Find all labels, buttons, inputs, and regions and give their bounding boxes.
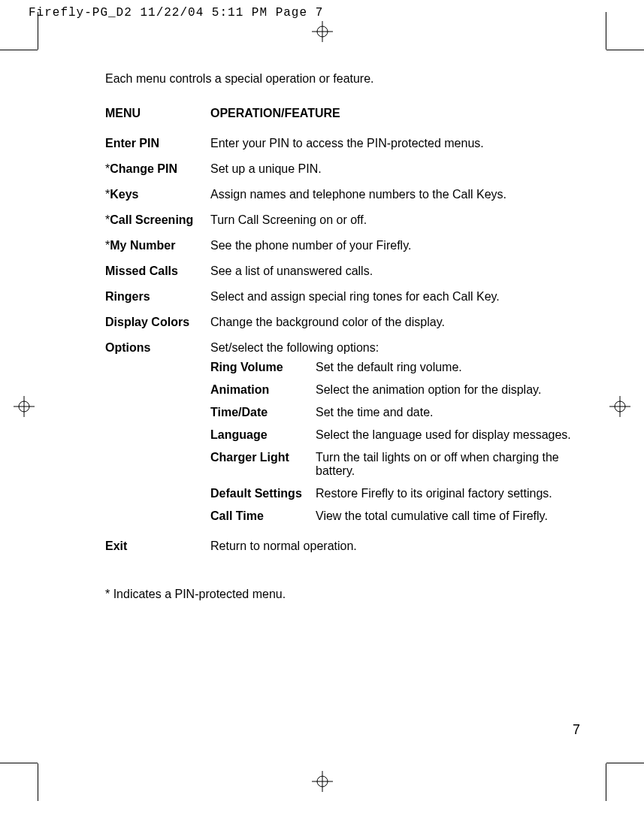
options-subtable: Ring VolumeSet the default ring volume.A… (210, 356, 594, 527)
header-menu: MENU (105, 101, 210, 131)
menu-name: *Change PIN (105, 156, 210, 182)
print-slug: Firefly-PG_D2 11/22/04 5:11 PM Page 7 (29, 6, 323, 20)
table-row: *My NumberSee the phone number of your F… (105, 233, 601, 258)
menu-description: See the phone number of your Firefly. (210, 233, 601, 258)
menu-name: Options (105, 335, 210, 533)
menu-name: Exit (105, 533, 210, 559)
registration-mark-left-icon (14, 396, 35, 417)
table-row: Enter PINEnter your PIN to access the PI… (105, 131, 601, 156)
table-row: Missed CallsSee a list of unanswered cal… (105, 258, 601, 284)
table-row: Call TimeView the total cumulative call … (210, 505, 594, 527)
menu-name: *My Number (105, 233, 210, 258)
crop-mark-icon (606, 763, 606, 801)
menu-description: Assign names and telephone numbers to th… (210, 182, 601, 207)
crop-mark-icon (0, 763, 38, 763)
menu-table: MENU OPERATION/FEATURE Enter PINEnter yo… (105, 101, 601, 559)
body-content: Each menu controls a special operation o… (105, 72, 601, 601)
crop-mark-icon (606, 763, 644, 763)
table-row: Display ColorsChange the background colo… (105, 310, 601, 335)
menu-name: Missed Calls (105, 258, 210, 284)
table-row: *Change PINSet up a unique PIN. (105, 156, 601, 182)
menu-name: Ringers (105, 284, 210, 310)
option-name: Charger Light (210, 446, 316, 482)
table-row: Ring VolumeSet the default ring volume. (210, 356, 594, 379)
menu-description: Change the background color of the displ… (210, 310, 601, 335)
header-feature: OPERATION/FEATURE (210, 101, 601, 131)
crop-mark-icon (606, 12, 606, 50)
option-name: Call Time (210, 505, 316, 527)
table-row: LanguageSelect the language used for dis… (210, 424, 594, 446)
option-description: Select the animation option for the disp… (316, 379, 594, 401)
option-name: Animation (210, 379, 316, 401)
registration-mark-right-icon (609, 396, 630, 417)
option-description: Select the language used for display mes… (316, 424, 594, 446)
footnote: * Indicates a PIN-protected menu. (105, 588, 601, 601)
table-row: OptionsSet/select the following options:… (105, 335, 601, 533)
menu-name: *Keys (105, 182, 210, 207)
table-row: RingersSelect and assign special ring to… (105, 284, 601, 310)
crop-mark-icon (606, 50, 644, 50)
table-row: Default SettingsRestore Firefly to its o… (210, 482, 594, 505)
menu-name: Enter PIN (105, 131, 210, 156)
option-description: Set the default ring volume. (316, 356, 594, 379)
menu-description: Select and assign special ring tones for… (210, 284, 601, 310)
option-description: Set the time and date. (316, 401, 594, 424)
option-description: Restore Firefly to its original factory … (316, 482, 594, 505)
table-row: AnimationSelect the animation option for… (210, 379, 594, 401)
page-number: 7 (573, 722, 580, 738)
table-row: *KeysAssign names and telephone numbers … (105, 182, 601, 207)
menu-description: Turn Call Screening on or off. (210, 207, 601, 233)
menu-description: Set/select the following options:Ring Vo… (210, 335, 601, 533)
option-name: Time/Date (210, 401, 316, 424)
registration-mark-bottom-icon (312, 771, 333, 792)
option-name: Ring Volume (210, 356, 316, 379)
option-name: Default Settings (210, 482, 316, 505)
option-description: View the total cumulative call time of F… (316, 505, 594, 527)
crop-mark-icon (38, 763, 38, 801)
registration-mark-top-icon (312, 21, 333, 42)
page: Firefly-PG_D2 11/22/04 5:11 PM Page 7 Ea… (0, 0, 644, 813)
option-name: Language (210, 424, 316, 446)
option-description: Turn the tail lights on or off when char… (316, 446, 594, 482)
menu-description: Enter your PIN to access the PIN-protect… (210, 131, 601, 156)
table-row: Charger LightTurn the tail lights on or … (210, 446, 594, 482)
menu-description: Set up a unique PIN. (210, 156, 601, 182)
table-row: Time/DateSet the time and date. (210, 401, 594, 424)
table-row: *Call ScreeningTurn Call Screening on or… (105, 207, 601, 233)
crop-mark-icon (38, 12, 38, 50)
table-header-row: MENU OPERATION/FEATURE (105, 101, 601, 131)
menu-name: *Call Screening (105, 207, 210, 233)
intro-text: Each menu controls a special operation o… (105, 72, 601, 86)
menu-name: Display Colors (105, 310, 210, 335)
crop-mark-icon (0, 50, 38, 50)
menu-description: Return to normal operation. (210, 533, 601, 559)
menu-description: See a list of unanswered calls. (210, 258, 601, 284)
table-row: ExitReturn to normal operation. (105, 533, 601, 559)
